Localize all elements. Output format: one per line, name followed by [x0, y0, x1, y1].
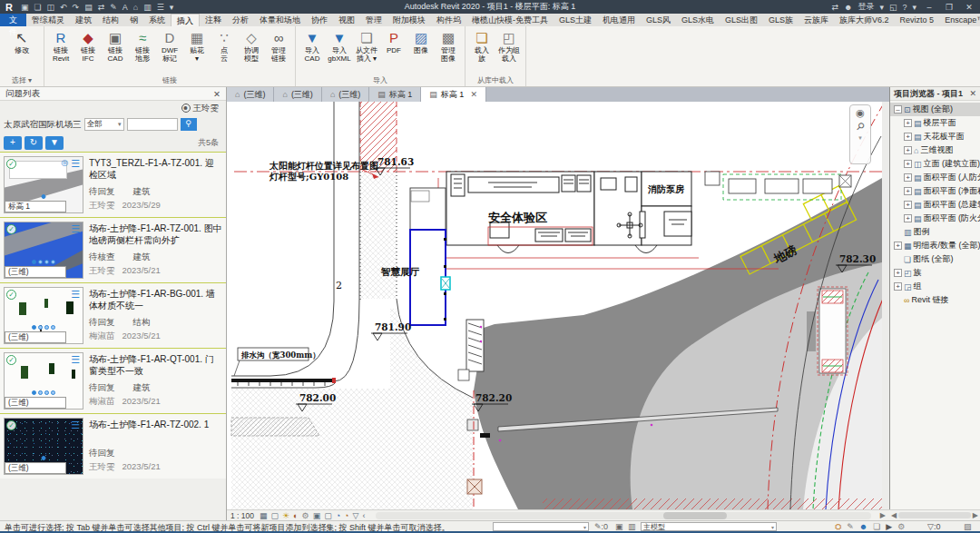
- expander-plus-icon[interactable]: +: [904, 133, 912, 141]
- dimension-icon[interactable]: ✎: [110, 3, 117, 12]
- ribbon-tab-管理[interactable]: 管理: [360, 14, 387, 26]
- issue-thumbnail[interactable]: ✓☰(三维): [4, 287, 83, 344]
- workset-select[interactable]: ▾: [493, 522, 589, 531]
- drag-elements-icon[interactable]: ⚙: [897, 522, 905, 531]
- revit-logo[interactable]: R: [0, 2, 18, 13]
- collapse-icon[interactable]: ‹: [362, 511, 365, 520]
- import-cad-button[interactable]: ▼导入CAD: [299, 28, 326, 64]
- help-dropdown-icon[interactable]: ▾: [912, 3, 916, 12]
- point-cloud-button[interactable]: ∵点云: [211, 28, 238, 64]
- view-tab-标高 1[interactable]: ▤标高 1: [369, 87, 421, 102]
- navigation-bar[interactable]: ◉ ⚲ ▾: [849, 104, 871, 164]
- scroll-left-icon[interactable]: ◀: [891, 511, 897, 519]
- load-family-button[interactable]: ❏载入族: [468, 28, 495, 64]
- thin-lines-icon[interactable]: ☰: [157, 3, 164, 12]
- tree-item-天花板平面[interactable]: +▤天花板平面: [890, 130, 980, 143]
- select-pinned-icon[interactable]: ▶: [886, 522, 892, 531]
- search-button[interactable]: ⚲: [181, 118, 197, 131]
- text-icon[interactable]: A: [122, 3, 128, 12]
- issues-filter-select[interactable]: 全部▾: [84, 118, 124, 131]
- add-issue-button[interactable]: +: [4, 136, 22, 150]
- issue-pin-icon[interactable]: ◎: [61, 158, 68, 167]
- issue-card[interactable]: ✓☰(三维)场布-土护降-F1-AR-QT-001. 门窗类型不一致待回复建筑梅…: [0, 348, 226, 413]
- ribbon-tab-Revizto 5[interactable]: Revizto 5: [895, 14, 940, 26]
- visual-style-icon[interactable]: ▢: [271, 511, 279, 520]
- ribbon-tab-构件坞[interactable]: 构件坞: [431, 14, 466, 26]
- app-store-icon[interactable]: ◱: [889, 3, 897, 12]
- tree-item-图纸 (全部)[interactable]: ❏图纸 (全部): [890, 252, 980, 266]
- shadows-icon[interactable]: ◐: [293, 511, 298, 520]
- close-button[interactable]: ✕: [962, 3, 976, 12]
- link-cad-button[interactable]: ▣链接CAD: [102, 28, 129, 64]
- view-tab-(三维)[interactable]: ⌂(三维): [274, 87, 321, 102]
- maximize-button[interactable]: ❐: [942, 3, 956, 12]
- expander-plus-icon[interactable]: +: [894, 269, 902, 277]
- ribbon-tab-分析[interactable]: 分析: [227, 14, 254, 26]
- ribbon-tab-插入[interactable]: 插入: [171, 14, 200, 26]
- navbar-dropdown-icon[interactable]: ▾: [858, 134, 862, 142]
- default-3d-view-icon[interactable]: ⌂: [133, 3, 138, 12]
- dwf-markup-button[interactable]: DDWF标记: [156, 28, 183, 64]
- sun-path-icon[interactable]: ☀: [282, 511, 289, 520]
- tree-item-Revit 链接[interactable]: ∞Revit 链接: [890, 293, 980, 307]
- view-tab-(三维)[interactable]: ⌂(三维): [322, 87, 369, 102]
- ribbon-tab-注释[interactable]: 注释: [200, 14, 227, 26]
- view-tab-标高 1[interactable]: ▤标高 1✕: [421, 87, 486, 102]
- filter-button[interactable]: ▼: [45, 136, 64, 150]
- issue-menu-icon[interactable]: ☰: [71, 354, 80, 366]
- issue-card[interactable]: ✓☰(三维)场布-土护降-F1-AR-TZ-001. 图中地磅两侧栏杆需向外扩待…: [0, 217, 226, 282]
- save-icon[interactable]: ◫: [47, 3, 55, 12]
- undo-icon[interactable]: ↶: [60, 3, 67, 12]
- scroll-right-icon[interactable]: ▶: [973, 511, 978, 519]
- ribbon-tab-GLS风[interactable]: GLS风: [641, 14, 676, 26]
- issues-panel-close-icon[interactable]: ✕: [213, 89, 220, 99]
- link-ifc-button[interactable]: ◆链接IFC: [74, 28, 102, 64]
- tree-item-面积平面 (防火分区面积)[interactable]: +▤面积平面 (防火分区面积): [890, 212, 980, 225]
- worksharing-icon[interactable]: ⛭: [835, 522, 841, 532]
- tree-item-面积平面 (净面积)[interactable]: +▤面积平面 (净面积): [890, 184, 980, 198]
- crop-view-icon[interactable]: ▣: [313, 511, 321, 520]
- issue-card[interactable]: ✓☰◎标高 1TYT3_TERZL-F1-A-TZ-001. 迎检区域待回复建筑…: [0, 152, 226, 217]
- signin-label[interactable]: 登录: [858, 1, 874, 13]
- expander-plus-icon[interactable]: +: [904, 173, 912, 182]
- expander-plus-icon[interactable]: +: [904, 201, 912, 209]
- issue-thumbnail[interactable]: ✓☰◎标高 1: [4, 156, 83, 213]
- ribbon-tab-GLS水电[interactable]: GLS水电: [676, 14, 720, 26]
- tree-item-面积平面 (人防分区面积)[interactable]: +▤面积平面 (人防分区面积): [890, 171, 980, 184]
- decal-button[interactable]: ▦贴花▾: [183, 28, 211, 64]
- tree-item-楼层平面[interactable]: +▤楼层平面: [890, 116, 980, 130]
- detail-level-icon[interactable]: ▦: [260, 511, 268, 520]
- image-button[interactable]: ▨图像: [407, 28, 435, 55]
- scale-label[interactable]: 1 : 100: [230, 511, 254, 520]
- tree-item-图例[interactable]: ▥图例: [890, 225, 980, 239]
- tree-item-立面 (建筑立面)[interactable]: +◫立面 (建筑立面): [890, 157, 980, 171]
- editing-requests-icon[interactable]: ☻: [859, 522, 867, 531]
- manage-images-button[interactable]: ▩管理图像: [435, 28, 462, 64]
- coordination-model-button[interactable]: ◇协调模型: [238, 28, 265, 64]
- expander-plus-icon[interactable]: +: [894, 282, 902, 291]
- rendering-icon[interactable]: ⚙: [302, 511, 309, 520]
- issue-thumbnail[interactable]: ✓☰(三维): [4, 352, 83, 410]
- minimize-button[interactable]: –: [922, 3, 936, 12]
- reveal-hidden-icon[interactable]: ◔: [344, 511, 348, 520]
- issue-menu-icon[interactable]: ☰: [71, 289, 80, 301]
- ribbon-tab-机电通用[interactable]: 机电通用: [597, 14, 641, 26]
- ribbon-tab-附加模块[interactable]: 附加模块: [387, 14, 431, 26]
- ribbon-tab-GLS出图[interactable]: GLS出图: [720, 14, 763, 26]
- redo-icon[interactable]: ↷: [73, 3, 80, 12]
- link-revit-button[interactable]: R链接Revit: [47, 28, 74, 64]
- issue-card[interactable]: ✓☰(三维)场布-土护降-F1-AR-TZ-002. 1待回复王玲雯2023/5…: [0, 413, 226, 479]
- tree-item-面积平面 (总建筑面积)[interactable]: +▤面积平面 (总建筑面积): [890, 198, 980, 212]
- import-gbxml-button[interactable]: ▼导入gbXML: [326, 28, 353, 64]
- ribbon-tab-协作[interactable]: 协作: [306, 14, 333, 26]
- refresh-button[interactable]: ↻: [24, 136, 43, 150]
- ribbon-tab-GLS族[interactable]: GLS族: [763, 14, 799, 26]
- view-tab-(三维)[interactable]: ⌂(三维): [227, 87, 274, 102]
- background-processes-icon[interactable]: ▨: [964, 522, 972, 531]
- tree-item-三维视图[interactable]: +⌂三维视图: [890, 143, 980, 157]
- insert-from-file-button[interactable]: ❏从文件插入 ▾: [353, 28, 380, 64]
- expander-plus-icon[interactable]: +: [904, 187, 912, 195]
- manage-links-button[interactable]: ∞管理链接: [265, 28, 292, 64]
- crop-region-icon[interactable]: ▢: [324, 511, 332, 520]
- ribbon-tab-管综精灵[interactable]: 管综精灵: [26, 14, 70, 26]
